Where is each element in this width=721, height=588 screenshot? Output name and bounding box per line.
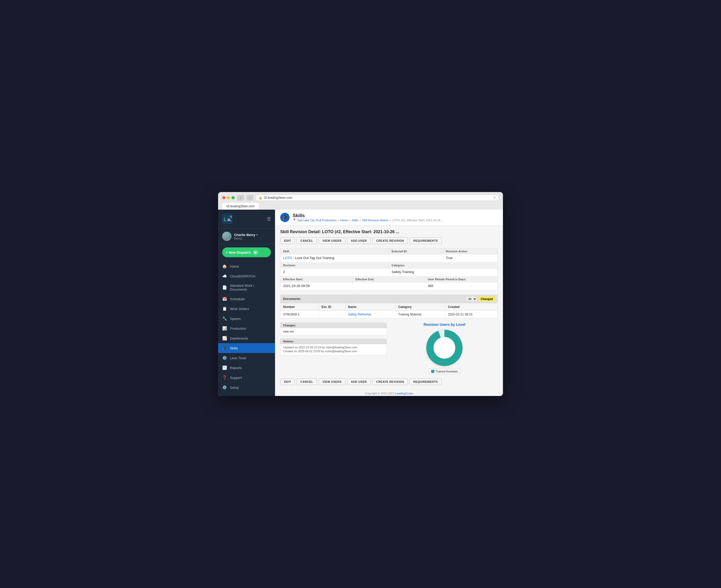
edit-button-bottom[interactable]: EDIT — [280, 378, 295, 385]
user-retrain-cell: User Retrain Period in Days: 365 — [425, 276, 498, 290]
new-dispatch-label: + New Dispatch — [226, 251, 251, 254]
document-icon: 📄 — [222, 285, 227, 290]
main-content: 🎓 Skills 📍 Salt Lake City (Full Producti… — [275, 210, 503, 396]
sidebar-item-dashboards[interactable]: 📈 Dashboards — [218, 333, 275, 343]
changes-block: Changes: new rev — [280, 322, 387, 335]
history-item-0: Updated on 2021-10-28 10:16 by mark@lead… — [283, 346, 384, 349]
hamburger-icon[interactable]: ☰ — [267, 216, 271, 222]
detail-row-revision: Revision: 2 Category: Safety Training — [280, 262, 498, 276]
sidebar-item-scheduler[interactable]: 📅 Scheduler — [218, 294, 275, 304]
external-id-value — [389, 254, 443, 262]
doc-number: STW2858-1 — [280, 311, 319, 318]
cancel-button[interactable]: CANCEL — [297, 237, 317, 244]
sidebar-item-work-orders[interactable]: 📋 Work Orders — [218, 304, 275, 314]
lean-tools-icon: ⚙️ — [222, 356, 227, 360]
create-revision-button-bottom[interactable]: CREATE REVISION — [372, 378, 408, 385]
history-label: History: — [280, 338, 387, 344]
effective-start-cell: Effective Start: 2021-10-26 09:59 — [280, 276, 353, 290]
nav-items: 🏠 Home ☁️ CloudDISPATCH 📄 Standard Work … — [218, 260, 275, 396]
effective-start-value: 2021-10-26 09:59 — [280, 282, 353, 290]
col-category: Category — [396, 303, 445, 311]
requirements-button-bottom[interactable]: REQUIREMENTS — [409, 378, 442, 385]
bottom-section: Changes: new rev History: Updated on 202… — [280, 322, 498, 374]
wrench-icon: 🔧 — [222, 316, 227, 321]
calendar-icon: 📅 — [222, 297, 227, 301]
doc-ext-id — [319, 311, 345, 318]
user-section: Charlie Berry ▾ Berry1 — [218, 229, 275, 244]
minimize-button[interactable] — [227, 196, 230, 199]
new-dispatch-arrow-icon: ▶ — [253, 250, 258, 255]
sidebar-item-production[interactable]: 📊 Production — [218, 323, 275, 333]
revision-active-label: Revision Active: — [443, 249, 498, 254]
breadcrumb-home[interactable]: Home — [340, 219, 348, 222]
svg-point-5 — [224, 237, 230, 241]
skills-icon: 🎓 — [222, 346, 227, 351]
svg-text:L: L — [224, 217, 227, 222]
changes-value: new rev — [280, 328, 387, 335]
chart-section: Revision Users by Level Trained Assistan… — [391, 322, 498, 374]
copyright-link[interactable]: Leading2Lean — [395, 392, 413, 395]
chart-title: Revision Users by Level — [423, 322, 465, 327]
left-bottom: Changes: new rev History: Updated on 202… — [280, 322, 387, 374]
close-button[interactable] — [222, 196, 225, 199]
breadcrumb-location[interactable]: Salt Lake City (Full Production) — [297, 219, 337, 222]
avatar — [222, 232, 232, 241]
sidebar-item-setup[interactable]: ⚙️ Setup — [218, 382, 275, 392]
address-bar[interactable]: 🔒 l2l.leading2lean.com ↻ — [256, 195, 499, 201]
dashboard-icon: 📈 — [222, 336, 227, 341]
content-area: Skill Revision Detail: LOTO (#2, Effecti… — [275, 226, 503, 396]
sidebar-item-support[interactable]: ❓ Support — [218, 373, 275, 382]
clipboard-icon: 📋 — [222, 307, 227, 311]
detail-title: Skill Revision Detail: LOTO (#2, Effecti… — [280, 230, 498, 234]
page-title-section: Skills 📍 Salt Lake City (Full Production… — [293, 213, 498, 222]
active-tab[interactable]: l2l.leading2lean.com — [222, 203, 259, 210]
documents-controls: All Changed — [466, 296, 495, 301]
reload-icon[interactable]: ↻ — [493, 196, 496, 200]
sidebar: L 2L ☰ Charlie Berry ▾ — [218, 210, 275, 396]
page-icon: 🎓 — [280, 213, 289, 222]
forward-button[interactable]: › — [246, 195, 253, 201]
edit-button[interactable]: EDIT — [280, 237, 295, 244]
cancel-button-bottom[interactable]: CANCEL — [297, 378, 317, 385]
url-text: l2l.leading2lean.com — [264, 196, 292, 200]
sidebar-item-home[interactable]: 🏠 Home — [218, 261, 275, 271]
browser-window: ‹ › 🔒 l2l.leading2lean.com ↻ l2l.leading… — [218, 192, 503, 396]
reports-icon: 📉 — [222, 365, 227, 370]
breadcrumb-current: LOTO (#2, Effective Start: 2021-10-26 ..… — [392, 219, 444, 222]
skill-link[interactable]: LOTO — [283, 256, 292, 260]
home-icon: 🏠 — [222, 264, 227, 269]
add-user-button[interactable]: ADD USER — [347, 237, 370, 244]
sidebar-item-lean-tools[interactable]: ⚙️ Lean Tools — [218, 353, 275, 363]
app-container: L 2L ☰ Charlie Berry ▾ — [218, 210, 503, 396]
skill-cell: Skill: LOTO - Lock Out Tag Out Training — [280, 249, 389, 262]
view-users-button[interactable]: VIEW USERS — [319, 237, 345, 244]
add-user-button-bottom[interactable]: ADD USER — [347, 378, 370, 385]
top-action-buttons: EDIT CANCEL VIEW USERS ADD USER CREATE R… — [280, 237, 498, 244]
sidebar-item-cloud-dispatch[interactable]: ☁️ CloudDISPATCH — [218, 271, 275, 281]
sidebar-item-skills[interactable]: 🎓 Skills — [218, 343, 275, 353]
sidebar-item-reports[interactable]: 📉 Reports — [218, 363, 275, 373]
create-revision-button[interactable]: CREATE REVISION — [372, 237, 408, 244]
col-name: Name — [345, 303, 396, 311]
history-content: Updated on 2021-10-28 10:16 by mark@lead… — [280, 344, 387, 355]
maximize-button[interactable] — [232, 196, 235, 199]
sidebar-item-standard-work-label: Standard Work / Documents — [230, 284, 271, 291]
sidebar-item-setup-label: Setup — [230, 385, 239, 390]
revision-cell: Revision: 2 — [280, 262, 389, 276]
doc-name-link[interactable]: Safety Refresher — [348, 313, 372, 316]
view-users-button-bottom[interactable]: VIEW USERS — [319, 378, 345, 385]
documents-filter-select[interactable]: All — [466, 296, 477, 301]
user-name[interactable]: Charlie Berry ▾ — [234, 233, 271, 237]
back-button[interactable]: ‹ — [237, 195, 244, 201]
breadcrumb-skills[interactable]: Skills — [352, 219, 358, 222]
browser-chrome: ‹ › 🔒 l2l.leading2lean.com ↻ l2l.leading… — [218, 192, 503, 210]
pie-chart — [426, 330, 463, 366]
breadcrumb-skill-revision-history[interactable]: Skill Revision History — [362, 219, 389, 222]
sidebar-item-lean-tools-label: Lean Tools — [230, 356, 246, 360]
sidebar-item-spares[interactable]: 🔧 Spares — [218, 314, 275, 323]
sidebar-item-standard-work[interactable]: 📄 Standard Work / Documents — [218, 281, 275, 294]
new-dispatch-button[interactable]: + New Dispatch ▶ — [222, 247, 271, 257]
doc-category: Training Material — [396, 311, 445, 318]
requirements-button[interactable]: REQUIREMENTS — [409, 237, 442, 244]
breadcrumb-icon: 📍 — [293, 218, 296, 222]
